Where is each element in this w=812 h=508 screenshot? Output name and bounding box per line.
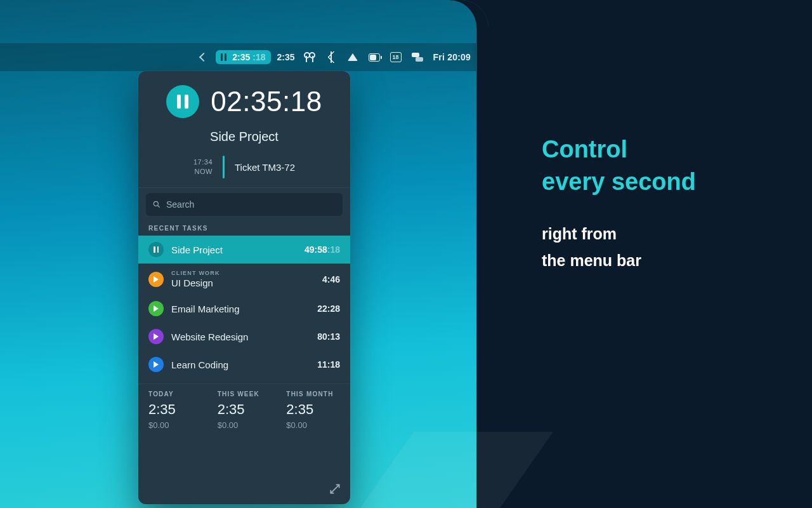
- summary-label: THIS MONTH: [286, 391, 340, 398]
- ticket-start-time: 17:34: [193, 157, 213, 167]
- promo-text: Control every second right from the menu…: [542, 133, 783, 274]
- battery-icon[interactable]: [369, 51, 380, 63]
- project-name[interactable]: Side Project: [151, 130, 337, 144]
- menubar-clock[interactable]: Fri 20:09: [433, 52, 471, 62]
- summary-time: 2:35: [286, 401, 340, 418]
- task-time: 22:28: [317, 304, 340, 314]
- pause-button[interactable]: [166, 85, 199, 118]
- popover-header: 02:35:18 Side Project 17:34 NOW Ticket T…: [138, 71, 350, 188]
- wifi-icon[interactable]: [347, 51, 358, 63]
- timer-popover: 02:35:18 Side Project 17:34 NOW Ticket T…: [138, 71, 350, 504]
- search-input[interactable]: [166, 199, 336, 210]
- summary-label: THIS WEEK: [218, 391, 272, 398]
- task-name: UI Design: [171, 277, 315, 288]
- menubar-left: 2:35 :18 2:35: [200, 50, 294, 64]
- task-row[interactable]: Website Redesign 80:13: [138, 323, 350, 351]
- ticket-times: 17:34 NOW: [193, 157, 213, 177]
- bluetooth-icon[interactable]: [325, 51, 337, 63]
- svg-line-1: [158, 206, 160, 208]
- ticket-now-label: NOW: [193, 167, 213, 177]
- task-row[interactable]: Learn Coding 11:18: [138, 351, 350, 378]
- chevron-left-icon[interactable]: [199, 53, 208, 62]
- airpods-icon[interactable]: [304, 51, 315, 63]
- task-time: 4:46: [322, 274, 340, 284]
- task-time: 11:18: [317, 359, 340, 370]
- pause-icon[interactable]: [148, 242, 164, 257]
- play-icon[interactable]: [148, 272, 164, 287]
- play-icon[interactable]: [148, 357, 164, 372]
- menu-bar: 2:35 :18 2:35 18 Fri 20:09: [0, 43, 477, 71]
- task-name: Email Marketing: [171, 304, 310, 314]
- task-category: CLIENT WORK: [171, 270, 315, 276]
- ticket-divider: [223, 156, 225, 178]
- svg-point-0: [154, 201, 158, 206]
- summary-this-week[interactable]: THIS WEEK 2:35 $0.00: [218, 391, 272, 430]
- task-name: Side Project: [171, 244, 297, 255]
- task-row[interactable]: Side Project 49:58:18: [138, 236, 350, 264]
- play-icon[interactable]: [148, 329, 164, 344]
- task-time: 49:58:18: [304, 244, 340, 255]
- play-icon[interactable]: [148, 301, 164, 316]
- timer-secondary[interactable]: 2:35: [277, 52, 295, 62]
- task-name: Website Redesign: [171, 331, 310, 342]
- task-row[interactable]: CLIENT WORK UI Design 4:46: [138, 264, 350, 295]
- summary-cost: $0.00: [148, 420, 202, 430]
- control-center-icon[interactable]: [412, 51, 423, 63]
- calendar-icon[interactable]: 18: [390, 51, 402, 63]
- search-icon: [152, 200, 161, 209]
- promo-headline: Control every second: [542, 133, 783, 199]
- task-list: Side Project 49:58:18 CLIENT WORK UI Des…: [138, 236, 350, 378]
- timer-main: 2:35: [232, 52, 250, 62]
- summary-time: 2:35: [148, 401, 202, 418]
- recent-tasks-label: RECENT TASKS: [138, 221, 350, 236]
- timer-menubar-item[interactable]: 2:35 :18: [216, 50, 270, 64]
- search-field[interactable]: [146, 193, 343, 216]
- elapsed-time: 02:35:18: [211, 86, 322, 117]
- summary-today[interactable]: TODAY 2:35 $0.00: [148, 391, 202, 430]
- summary-this-month[interactable]: THIS MONTH 2:35 $0.00: [286, 391, 340, 430]
- menubar-icons: 18 Fri 20:09: [304, 51, 471, 63]
- task-time: 80:13: [317, 331, 340, 342]
- timer-seconds: :18: [252, 52, 265, 62]
- summary-cost: $0.00: [286, 420, 340, 430]
- summary-time: 2:35: [218, 401, 272, 418]
- ticket-name: Ticket TM3-72: [235, 162, 295, 173]
- pause-icon: [221, 53, 227, 61]
- promo-subtext: right from the menu bar: [542, 220, 783, 274]
- task-name: Learn Coding: [171, 359, 310, 370]
- expand-icon: [329, 483, 341, 495]
- ticket-row[interactable]: 17:34 NOW Ticket TM3-72: [151, 156, 337, 178]
- summary-label: TODAY: [148, 391, 202, 398]
- task-row[interactable]: Email Marketing 22:28: [138, 295, 350, 323]
- summary-cost: $0.00: [218, 420, 272, 430]
- summary-row: TODAY 2:35 $0.00 THIS WEEK 2:35 $0.00 TH…: [138, 384, 350, 432]
- device-screen: 2:35 :18 2:35 18 Fri 20:09 02:35:18 Side…: [0, 0, 488, 508]
- expand-button[interactable]: [329, 483, 341, 495]
